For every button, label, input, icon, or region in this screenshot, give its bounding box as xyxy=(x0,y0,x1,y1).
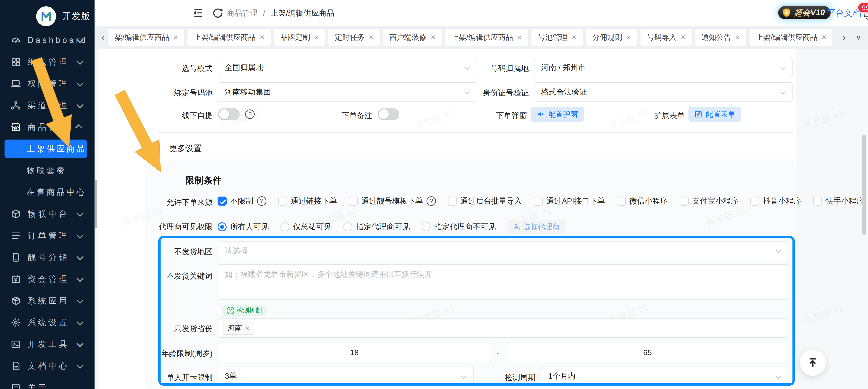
sidebar-item-订单管理[interactable]: 订单管理 xyxy=(0,225,95,246)
checkbox-checked-icon[interactable] xyxy=(218,197,227,206)
tab-close-icon[interactable]: × xyxy=(735,33,740,41)
checkbox-option-支付宝小程序[interactable]: 支付宝小程序 xyxy=(680,196,738,206)
sidebar-item-系统设置[interactable]: 系统设置 xyxy=(0,312,95,333)
sidebar-item-资金管理[interactable]: 资金管理 xyxy=(0,268,95,290)
tab-号码导入[interactable]: 号码导入 × xyxy=(641,29,692,46)
tab-分佣规则[interactable]: 分佣规则 × xyxy=(586,29,637,46)
tab-通知公告[interactable]: 通知公告 × xyxy=(695,29,746,46)
radio-label: 所有人可见 xyxy=(230,222,269,232)
id-verify-select[interactable]: 格式合法验证 xyxy=(534,82,793,101)
sidebar-item-组织管理[interactable]: 组织管理 xyxy=(0,51,95,73)
sidebar-item-关于[interactable]: 关于 xyxy=(0,377,95,389)
tab-close-icon[interactable]: × xyxy=(517,33,522,41)
radio-option-指定代理商不可见[interactable]: 指定代理商不可见 xyxy=(422,222,496,232)
radio-selected-icon[interactable] xyxy=(218,222,227,231)
tab-架/编辑供应商品[interactable]: 架/编辑供应商品 × xyxy=(108,29,184,46)
sidebar-subitem-上架供应商品[interactable]: 上架供应商品 xyxy=(0,138,95,160)
tab-定时任务[interactable]: 定时任务 × xyxy=(329,29,380,46)
menu-fold-icon[interactable] xyxy=(192,6,205,20)
tab-close-icon[interactable]: × xyxy=(626,33,631,41)
no-ship-area-select[interactable]: 请选择 xyxy=(218,241,788,260)
checkbox-unchecked-icon[interactable] xyxy=(534,197,543,206)
tab-close-icon[interactable]: × xyxy=(822,33,827,41)
help-question-icon[interactable]: ? xyxy=(257,196,267,206)
checkbox-unchecked-icon[interactable] xyxy=(680,197,689,206)
radio-option-仅总站可见[interactable]: 仅总站可见 xyxy=(280,222,332,232)
sidebar-item-物联中台[interactable]: 物联中台 xyxy=(0,203,95,225)
help-question-icon[interactable]: ? xyxy=(427,196,436,206)
brand-row[interactable]: 开发版 xyxy=(0,0,95,26)
tag-remove-icon[interactable]: × xyxy=(245,324,250,332)
home-area-select[interactable]: 河南 / 郑州市 xyxy=(534,58,793,77)
field-label-home-area: 号码归属地 xyxy=(389,63,529,74)
tab-上架/编辑供应商品[interactable]: 上架/编辑供应商品 × xyxy=(445,29,528,46)
checkbox-option-通过后台批量导入[interactable]: 通过后台批量导入 xyxy=(448,196,522,206)
tab-号池管理[interactable]: 号池管理 × xyxy=(531,29,583,46)
sidebar-item-系统应用[interactable]: 系统应用 xyxy=(0,290,95,312)
tab-close-icon[interactable]: × xyxy=(260,33,265,41)
age-min-input[interactable]: 18 xyxy=(218,343,491,362)
radio-unselected-icon[interactable] xyxy=(343,222,352,231)
vip-badge-label: 超会V10 xyxy=(794,7,825,18)
checkbox-unchecked-icon[interactable] xyxy=(349,197,358,206)
back-to-top-button[interactable] xyxy=(800,350,826,376)
checkbox-unchecked-icon[interactable] xyxy=(750,197,759,206)
sidebar-item-商品管理[interactable]: 商品管理 xyxy=(0,116,95,138)
no-ship-keywords-textarea[interactable]: 如：福建省龙岩市新罗区，多个地址关键词请用回车换行隔开 xyxy=(218,264,788,300)
sidebar-subitem-在售商品中心[interactable]: 在售商品中心 xyxy=(0,181,95,203)
sidebar-item-开发工具[interactable]: 开发工具 xyxy=(0,333,95,355)
tab-close-icon[interactable]: × xyxy=(431,33,435,41)
tab-close-icon[interactable]: × xyxy=(572,33,577,41)
chevron-down-icon xyxy=(76,253,84,260)
radio-option-指定代理商可见[interactable]: 指定代理商可见 xyxy=(343,222,410,232)
tab-上架/编辑供应商品[interactable]: 上架/编辑供应商品 × xyxy=(187,29,271,46)
sidebar-item-渠道管理[interactable]: 渠道管理 xyxy=(0,94,95,116)
tab-close-icon[interactable]: × xyxy=(314,33,319,41)
sidebar-item-权限管理[interactable]: 权限管理 xyxy=(0,73,95,94)
checkbox-unchecked-icon[interactable] xyxy=(278,197,287,206)
platform-docs-link[interactable]: 平台文档 xyxy=(827,0,861,26)
tab-close-icon[interactable]: × xyxy=(681,33,685,41)
tab-close-icon[interactable]: × xyxy=(173,33,178,41)
detection-mechanism-tag[interactable]: ? 检测机制 xyxy=(222,305,267,316)
ship-provinces-select[interactable]: 河南 × xyxy=(218,319,788,338)
configure-form-button[interactable]: 配置表单 xyxy=(688,107,741,122)
select-agent-button[interactable]: 选择代理商 xyxy=(507,220,565,234)
tab-品牌定制[interactable]: 品牌定制 × xyxy=(274,29,325,46)
checkbox-unchecked-icon[interactable] xyxy=(448,197,457,206)
sidebar-item-文档中心[interactable]: 文档中心 xyxy=(0,355,95,377)
checkbox-option-抖音小程序[interactable]: 抖音小程序 xyxy=(750,196,801,206)
radio-unselected-icon[interactable] xyxy=(422,222,431,231)
more-settings-text[interactable]: 更多设置 xyxy=(169,143,202,154)
checkbox-unchecked-icon[interactable] xyxy=(617,197,626,206)
page-scrollbar-thumb[interactable] xyxy=(862,134,866,235)
checkbox-option-通过链接下单[interactable]: 通过链接下单 xyxy=(278,196,337,206)
vip-badge[interactable]: 超会V10 xyxy=(778,5,831,20)
sidebar-scrollbar[interactable] xyxy=(95,180,97,229)
breadcrumb-parent[interactable]: 商品管理 xyxy=(227,8,257,18)
tab-商户端装修[interactable]: 商户端装修 × xyxy=(383,29,442,46)
sidebar-item-Dashboard[interactable]: Dashboard xyxy=(0,29,95,51)
tab-上架/编辑供应商品[interactable]: 上架/编辑供应商品 × xyxy=(749,29,832,46)
checkbox-option-微信小程序[interactable]: 微信小程序 xyxy=(617,196,668,206)
refresh-icon[interactable] xyxy=(211,6,224,20)
sidebar-subitem-label: 在售商品中心 xyxy=(27,187,86,198)
tabs-scroll-right-icon[interactable]: › xyxy=(839,33,848,42)
checkbox-option-快手小程序[interactable]: 快手小程序 xyxy=(813,196,864,206)
sidebar-item-靓号分销[interactable]: 靓号分销 xyxy=(0,246,95,268)
checkbox-option-不限制[interactable]: 不限制 ? xyxy=(218,196,267,206)
radio-option-所有人可见[interactable]: 所有人可见 xyxy=(218,222,269,232)
field-label-check-cycle: 检测周期 xyxy=(395,372,535,383)
checkbox-unchecked-icon[interactable] xyxy=(813,197,822,206)
radio-unselected-icon[interactable] xyxy=(280,222,289,231)
checkbox-option-通过API接口下单[interactable]: 通过API接口下单 xyxy=(534,196,605,206)
age-max-input[interactable]: 65 xyxy=(506,343,788,362)
sidebar-subitem-物联套餐[interactable]: 物联套餐 xyxy=(0,160,95,181)
chevron-down-icon xyxy=(76,210,84,217)
checkbox-option-通过靓号模板下单[interactable]: 通过靓号模板下单 ? xyxy=(349,196,436,206)
tabs-scroll-left-icon[interactable]: ‹ xyxy=(98,33,107,42)
check-cycle-select[interactable]: 1个月内 xyxy=(541,367,788,385)
province-tag-河南[interactable]: 河南 × xyxy=(223,322,254,335)
tabs-more-icon[interactable]: ∨ xyxy=(854,33,863,42)
tab-close-icon[interactable]: × xyxy=(369,33,373,41)
